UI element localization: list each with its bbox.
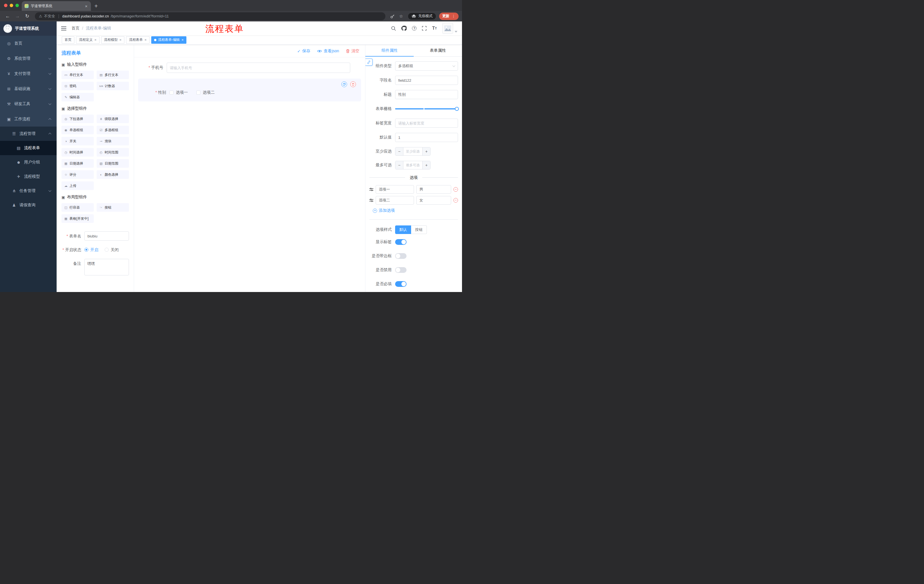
required-toggle[interactable] [395,281,406,287]
style-default-button[interactable]: 默认 [395,225,411,234]
style-button-button[interactable]: 按钮 [411,225,427,234]
link-anchor-icon[interactable] [365,59,373,66]
plus-button[interactable]: + [422,147,430,155]
sidebar-item-home[interactable]: ◎ 首页 [0,36,57,51]
component-item-radio-group[interactable]: ◉单选框组 [61,126,94,134]
bookmark-star-icon[interactable]: ☆ [398,14,405,19]
option-value-input[interactable] [416,196,451,204]
option-label-input[interactable] [376,196,414,204]
form-name-input[interactable] [84,232,129,240]
component-item-slider[interactable]: ⊸滑块 [97,137,129,145]
tag-close-icon[interactable]: × [94,38,97,42]
status-radio-on[interactable]: 开启 [84,245,98,254]
sidebar-item-infrastructure[interactable]: ⊞ 基础设施 [0,81,57,96]
forward-button[interactable]: → [13,13,22,19]
new-tab-button[interactable]: + [94,1,98,11]
github-icon[interactable] [401,26,406,31]
component-item-date-range[interactable]: ▧日期范围 [97,159,129,168]
sidebar-item-leave-query[interactable]: ♟ 请假查询 [0,198,57,212]
minus-button[interactable]: − [395,147,403,155]
sidebar-item-process-model[interactable]: ✈ 流程模型 [0,169,57,184]
component-item-upload[interactable]: ☁上传 [61,181,94,190]
with-border-toggle[interactable] [395,253,406,259]
remove-option-button[interactable]: − [454,187,458,192]
gender-field-widget-selected[interactable]: 性别 选项一 选项二 [138,79,361,102]
component-item-time-picker[interactable]: ◷时间选择 [61,148,94,156]
phone-field-widget[interactable]: 手机号 [138,61,361,74]
component-item-multiline-text[interactable]: ▤多行文本 [97,71,129,79]
save-button[interactable]: ✓ 保存 [297,49,310,54]
component-item-button[interactable]: ☞按钮 [97,203,129,212]
macos-close-button[interactable] [4,4,7,7]
component-item-counter[interactable]: 123计数器 [97,82,129,90]
component-item-table[interactable]: ▦表格[开发中] [61,214,94,223]
tab-component-properties[interactable]: 组件属性 [365,45,414,57]
option-label-input[interactable] [376,185,414,194]
gender-checkbox-option2[interactable]: 选项二 [196,90,215,95]
reload-button[interactable]: ↻ [23,13,31,19]
status-radio-off[interactable]: 关闭 [105,245,119,254]
max-select-value[interactable]: 最多可选 [403,161,422,169]
show-label-toggle[interactable] [395,239,406,245]
tag-home[interactable]: 首页 [62,36,74,44]
sidebar-item-payment[interactable]: ¥ 支付管理 [0,66,57,81]
font-size-icon[interactable]: TT [432,26,437,31]
disabled-toggle[interactable] [395,267,406,273]
help-icon[interactable]: ? [412,26,417,31]
tab-close-icon[interactable]: × [84,4,88,8]
clear-button[interactable]: 清空 [346,49,360,54]
component-item-editor[interactable]: ✎编辑器 [61,93,94,102]
tab-form-properties[interactable]: 表单属性 [414,45,462,57]
tag-close-icon[interactable]: × [182,38,184,42]
component-item-checkbox-group[interactable]: ☑多选框组 [97,126,129,134]
phone-input[interactable] [167,63,350,73]
title-input[interactable] [395,90,458,99]
grid-slider[interactable] [395,108,458,109]
search-icon[interactable] [391,26,396,31]
sidebar-item-devtools[interactable]: ⚒ 研发工具 [0,96,57,112]
tag-process-definition[interactable]: 流程定义 × [76,36,99,44]
macos-zoom-button[interactable] [15,4,19,7]
label-width-input[interactable] [395,118,458,128]
minus-button[interactable]: − [395,161,403,169]
min-select-value[interactable]: 至少应选 [403,147,422,155]
sidebar-item-user-group[interactable]: ☻ 用户分组 [0,155,57,169]
default-value-input[interactable] [395,133,458,142]
component-item-password[interactable]: ⊡密码 [61,82,94,90]
tag-process-form[interactable]: 流程表单 × [126,36,150,44]
component-item-switch[interactable]: ◑开关 [61,137,94,145]
plus-button[interactable]: + [422,161,430,169]
component-item-date-picker[interactable]: ▦日期选择 [61,159,94,168]
component-item-rate[interactable]: ☆评分 [61,170,94,179]
remove-option-button[interactable]: − [454,198,458,202]
view-json-button[interactable]: 查看json [317,49,339,54]
sidebar-fold-icon[interactable] [61,26,66,31]
chrome-update-button[interactable]: 更新 ⋮ [439,13,459,20]
component-item-single-line-text[interactable]: ▭单行文本 [61,71,94,79]
fullscreen-icon[interactable] [422,26,427,31]
tag-process-form-edit[interactable]: 流程表单-编辑 × [151,36,187,44]
drag-handle-icon[interactable] [370,188,373,191]
breadcrumb-home[interactable]: 首页 [71,26,79,31]
browser-tab[interactable]: 芋道管理系统 × [22,1,91,11]
copy-widget-button[interactable] [342,81,347,87]
sidebar-item-process-form[interactable]: ▤ 流程表单 [0,141,57,155]
sidebar-item-process-management[interactable]: ☰ 流程管理 [0,127,57,141]
form-remark-textarea[interactable]: 嘿嘿 [84,259,129,275]
slider-knob[interactable] [455,107,459,111]
tag-close-icon[interactable]: × [144,38,147,42]
delete-widget-button[interactable] [350,81,356,87]
sidebar-item-task-management[interactable]: ⋔ 任务管理 [0,184,57,198]
sidebar-item-workflow[interactable]: ▣ 工作流程 [0,112,57,127]
component-item-time-range[interactable]: ◴时间范围 [97,148,129,156]
component-item-color-picker[interactable]: ◐颜色选择 [97,170,129,179]
gender-checkbox-option1[interactable]: 选项一 [170,90,188,95]
component-item-select[interactable]: ◎下拉选择 [61,115,94,123]
sidebar-item-system[interactable]: ⚙ 系统管理 [0,51,57,66]
option-value-input[interactable] [416,185,451,194]
address-bar[interactable]: ⚠ 不安全 dashboard.yudao.iocoder.cn/bpm/man… [35,12,385,20]
component-item-row-container[interactable]: ◫行容器 [61,203,94,212]
password-key-icon[interactable] [389,14,396,18]
component-type-select[interactable] [395,61,458,71]
tag-process-model[interactable]: 流程模型 × [101,36,125,44]
